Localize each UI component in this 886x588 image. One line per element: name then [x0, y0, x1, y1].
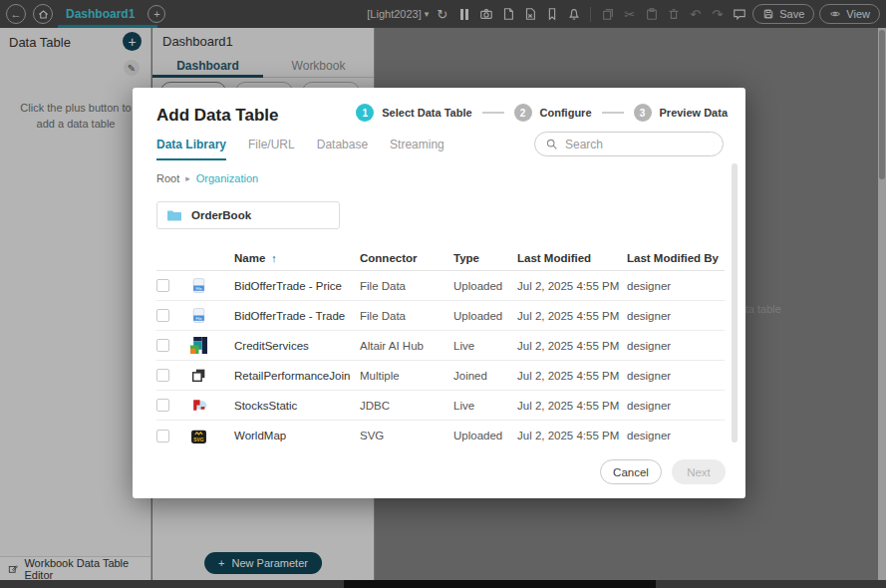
tab-database[interactable]: Database: [317, 138, 368, 160]
row-type: Joined: [453, 370, 517, 382]
file-data-icon: File: [190, 307, 207, 324]
breadcrumb-current[interactable]: Organization: [196, 172, 258, 184]
row-type: Live: [453, 400, 517, 412]
row-name: BidOfferTrade - Price: [234, 280, 360, 292]
svg-text:File: File: [195, 317, 201, 321]
row-checkbox[interactable]: [156, 339, 169, 352]
tab-streaming[interactable]: Streaming: [390, 138, 444, 160]
row-type: Uploaded: [453, 280, 517, 292]
row-type: Live: [453, 340, 517, 352]
row-modified-by: designer: [627, 310, 725, 322]
step-3-label: Preview Data: [660, 107, 728, 119]
row-modified: Jul 2, 2025 4:55 PM: [517, 370, 627, 382]
row-modified-by: designer: [627, 370, 725, 382]
sort-ascending-icon: ↑: [271, 252, 277, 264]
step-1-circle: 1: [356, 104, 374, 122]
file-data-icon: File: [190, 277, 207, 294]
row-checkbox[interactable]: [156, 279, 169, 292]
search-input[interactable]: [565, 138, 713, 151]
breadcrumb: Root ▸ Organization: [156, 172, 258, 184]
next-button[interactable]: Next: [672, 459, 726, 484]
row-name: BidOfferTrade - Trade: [234, 310, 360, 322]
row-type: Uploaded: [453, 430, 517, 441]
ai-hub-icon: [190, 337, 207, 354]
svg-text:SVG: SVG: [193, 437, 204, 441]
row-modified-by: designer: [627, 280, 725, 292]
row-checkbox[interactable]: [156, 430, 169, 442]
row-checkbox[interactable]: [156, 399, 169, 412]
step-connector: [482, 112, 504, 114]
row-modified: Jul 2, 2025 4:55 PM: [517, 310, 627, 322]
row-modified: Jul 2, 2025 4:55 PM: [517, 340, 627, 352]
row-name: RetailPerformanceJoin: [234, 370, 360, 382]
row-connector: Altair AI Hub: [360, 340, 453, 352]
add-data-table-dialog: Add Data Table 1 Select Data Table 2 Con…: [133, 88, 745, 498]
header-type[interactable]: Type: [453, 252, 517, 264]
row-connector: File Data: [360, 280, 453, 292]
step-2-label: Configure: [540, 107, 592, 119]
row-modified: Jul 2, 2025 4:55 PM: [517, 280, 627, 292]
row-name: WorldMap: [234, 430, 360, 441]
step-1-label: Select Data Table: [382, 107, 471, 119]
row-connector: JDBC: [360, 400, 453, 412]
row-modified: Jul 2, 2025 4:55 PM: [517, 430, 627, 441]
header-last-modified-by[interactable]: Last Modified By: [627, 252, 725, 264]
search-icon: [545, 138, 558, 150]
table-row[interactable]: SVG WorldMap SVG Uploaded designer Jul 2…: [156, 421, 725, 450]
folder-name: OrderBook: [191, 209, 251, 221]
dialog-footer: Cancel Next: [600, 459, 726, 484]
folder-orderbook[interactable]: OrderBook: [156, 201, 340, 229]
svg-map-icon: SVG: [190, 428, 207, 444]
source-tabs: Data Library File/URL Database Streaming: [156, 138, 444, 160]
data-table-list: Name↑ Connector Type Last Modified Last …: [156, 245, 725, 450]
step-3-circle: 3: [634, 104, 652, 122]
table-row[interactable]: File BidOfferTrade - Trade File Data Upl…: [156, 301, 725, 331]
row-modified-by: designer: [627, 340, 725, 352]
row-connector: File Data: [360, 310, 453, 322]
row-modified-by: designer: [627, 400, 725, 412]
row-modified: Jul 2, 2025 4:55 PM: [517, 400, 627, 412]
folder-icon: [166, 208, 182, 222]
tab-file-url[interactable]: File/URL: [248, 138, 295, 160]
chevron-right-icon: ▸: [185, 173, 190, 183]
row-name: CreditServices: [234, 340, 360, 352]
header-last-modified[interactable]: Last Modified: [517, 252, 627, 264]
cancel-button[interactable]: Cancel: [600, 459, 662, 484]
row-name: StocksStatic: [234, 400, 360, 412]
breadcrumb-root[interactable]: Root: [156, 172, 179, 184]
table-row[interactable]: File BidOfferTrade - Price File Data Upl…: [156, 271, 725, 301]
row-type: Uploaded: [453, 310, 517, 322]
dialog-title: Add Data Table: [156, 106, 278, 126]
row-modified-by: designer: [627, 430, 725, 441]
row-connector: SVG: [360, 430, 453, 441]
jdbc-icon: [190, 397, 207, 414]
row-connector: Multiple: [360, 370, 453, 382]
row-checkbox[interactable]: [156, 369, 169, 382]
header-name[interactable]: Name↑: [234, 252, 360, 264]
dialog-scrollbar[interactable]: [732, 163, 738, 442]
step-2-circle: 2: [514, 104, 532, 122]
header-connector[interactable]: Connector: [360, 252, 453, 264]
table-row[interactable]: CreditServices Altair AI Hub Live Jul 2,…: [156, 331, 725, 361]
header-name-label: Name: [234, 252, 265, 264]
search-box[interactable]: [534, 132, 724, 156]
table-row[interactable]: StocksStatic JDBC Live Jul 2, 2025 4:55 …: [156, 391, 725, 421]
step-connector: [602, 112, 624, 114]
table-header-row: Name↑ Connector Type Last Modified Last …: [156, 245, 725, 271]
table-row[interactable]: RetailPerformanceJoin Multiple Joined Ju…: [156, 361, 725, 391]
row-checkbox[interactable]: [156, 309, 169, 322]
wizard-steps: 1 Select Data Table 2 Configure 3 Previe…: [356, 104, 728, 122]
tab-data-library[interactable]: Data Library: [156, 138, 226, 160]
joined-tables-icon: [190, 367, 207, 384]
svg-text:File: File: [195, 287, 201, 291]
